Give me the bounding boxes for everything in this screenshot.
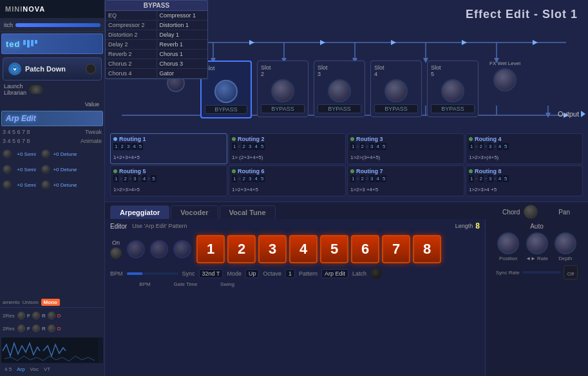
routing-6-seq: 1 > 2 3 4 5 bbox=[232, 175, 343, 182]
slot-5-knob[interactable] bbox=[441, 79, 464, 102]
circle-F-0[interactable] bbox=[17, 312, 25, 319]
slot-4-knob[interactable] bbox=[384, 79, 408, 102]
tab-arpeggiator[interactable]: Arpeggiator bbox=[110, 205, 169, 219]
octave-val[interactable]: 1 bbox=[285, 269, 295, 278]
circle-F-1[interactable] bbox=[17, 324, 25, 332]
effect-col2-1: Distortion 1 bbox=[157, 21, 208, 30]
tab-vocoder[interactable]: Vocoder bbox=[171, 205, 218, 219]
effect-row-3[interactable]: Delay 2 Reverb 1 bbox=[106, 40, 207, 50]
pan-auto-label: Auto bbox=[530, 223, 544, 230]
bpm-knob[interactable] bbox=[127, 240, 145, 258]
slot-4-box[interactable]: Slot4 BYPASS bbox=[370, 61, 422, 117]
on-knob[interactable] bbox=[110, 247, 122, 259]
position-knob[interactable] bbox=[497, 232, 519, 254]
chord-label-text: Chord bbox=[502, 209, 520, 216]
seq-btn-4[interactable]: 4 bbox=[289, 235, 318, 263]
r4-n5: 5 bbox=[503, 143, 508, 150]
semi-knob-2[interactable] bbox=[3, 180, 12, 189]
svg-point-0 bbox=[12, 66, 18, 72]
slot-3-knob[interactable] bbox=[328, 79, 351, 102]
depth-knob[interactable] bbox=[555, 232, 576, 254]
tab-vocal-tune[interactable]: Vocal Tune bbox=[220, 205, 276, 219]
tab-arp[interactable]: Arp bbox=[15, 366, 26, 375]
sync-val[interactable]: 32nd T bbox=[199, 269, 223, 278]
detune-knob-2[interactable] bbox=[41, 180, 50, 189]
effect-col2-6: Gator bbox=[157, 69, 208, 79]
bar-3 bbox=[31, 40, 33, 46]
effect-row-4[interactable]: Reverb 2 Chorus 1 bbox=[106, 50, 207, 59]
circle-D-0[interactable] bbox=[48, 312, 55, 319]
seq-btn-5[interactable]: 5 bbox=[320, 235, 348, 263]
bpm-knob-label: BPM bbox=[136, 281, 154, 287]
tab-voc[interactable]: Voc bbox=[28, 366, 41, 375]
search-label: itch bbox=[4, 22, 13, 28]
rate-knob[interactable] bbox=[526, 232, 548, 254]
mode-val[interactable]: Up bbox=[245, 269, 260, 278]
detune-knob-1[interactable] bbox=[41, 165, 50, 174]
slot-2-knob[interactable] bbox=[271, 79, 294, 102]
effect-row-6[interactable]: Chorus 4 Gator bbox=[106, 69, 207, 79]
semi-knob-0[interactable] bbox=[3, 149, 12, 158]
routing-cell-7[interactable]: Routing 7 1 > 2 > 3 4 5 1>2>3 +4+5 bbox=[347, 165, 464, 196]
fx-wet-knob[interactable] bbox=[493, 68, 517, 91]
routing-cell-8[interactable]: Routing 8 1 > 2 > 3 > 4 5 1>2>3>4 +5 bbox=[466, 165, 583, 196]
knob-row-1: +0 Semi +0 Detune bbox=[3, 162, 102, 176]
pattern-val[interactable]: Arp Edit bbox=[321, 269, 348, 278]
bar-4 bbox=[35, 40, 37, 44]
detune-knob-0[interactable] bbox=[41, 149, 50, 158]
unison-label: Unison bbox=[23, 299, 39, 305]
slot-1-box[interactable]: Slot1 BYPASS bbox=[200, 61, 252, 118]
r5-n2: 2 bbox=[123, 175, 128, 182]
sync-rate-row: Sync Rate Off bbox=[496, 265, 578, 279]
search-bar[interactable]: itch bbox=[0, 18, 104, 32]
seq-btn-2[interactable]: 2 bbox=[227, 235, 256, 263]
bpm-knob-area bbox=[127, 240, 145, 258]
r1-n2: 2 bbox=[119, 143, 124, 150]
seq-btn-7[interactable]: 7 bbox=[382, 235, 410, 263]
logo-nova: NOVA bbox=[23, 5, 45, 13]
tab-vt[interactable]: VT bbox=[42, 366, 52, 375]
patch-down-label: Patch Down bbox=[25, 65, 66, 73]
routing-cell-3[interactable]: Routing 3 1 > 2 > 3 4 5 1>2>(3+4+5) bbox=[347, 133, 464, 164]
bpm-slider[interactable] bbox=[127, 272, 178, 275]
routing-cell-2[interactable]: Routing 2 1 > 2 3 4 5 1> (2+3+4+5) bbox=[229, 133, 346, 164]
swing-knob[interactable] bbox=[173, 240, 191, 258]
effect-row-1[interactable]: Compressor 2 Distortion 1 bbox=[106, 21, 207, 30]
logo-mini: MINI bbox=[5, 5, 23, 13]
seq-btn-1[interactable]: 1 bbox=[196, 235, 225, 263]
launch-button-knob[interactable] bbox=[29, 85, 43, 94]
effect-dropdown-header: BYPASS bbox=[106, 1, 207, 11]
svg-marker-8 bbox=[533, 40, 538, 45]
patch-down-small-knob[interactable] bbox=[86, 64, 96, 74]
slot-5-box[interactable]: Slot5 BYPASS bbox=[427, 61, 479, 117]
routing-cell-5[interactable]: Routing 5 1 > 2 > 3 > 4 > 5 1>2>3>4>5 bbox=[110, 165, 227, 196]
latch-knob[interactable] bbox=[370, 268, 382, 279]
off-badge[interactable]: Off bbox=[564, 265, 578, 279]
chord-knob[interactable] bbox=[524, 205, 538, 219]
seq-btn-3[interactable]: 3 bbox=[258, 235, 287, 263]
gate-knob[interactable] bbox=[150, 240, 168, 258]
seq-btn-8[interactable]: 8 bbox=[413, 235, 441, 263]
effect-title: Effect Edit - Slot 1 bbox=[466, 8, 578, 21]
slot-1-knob[interactable] bbox=[214, 80, 238, 103]
effect-row-0[interactable]: EQ Compressor 1 bbox=[106, 11, 207, 21]
circle-R-1[interactable] bbox=[32, 324, 40, 332]
seq-btn-6[interactable]: 6 bbox=[351, 235, 379, 263]
tab-numbers[interactable]: 4 5 bbox=[3, 366, 14, 375]
circle-R-0[interactable] bbox=[32, 312, 40, 319]
selected-patch[interactable]: ted bbox=[1, 33, 103, 54]
semi-knob-1[interactable] bbox=[3, 165, 12, 174]
slot-2-box[interactable]: Slot2 BYPASS bbox=[257, 61, 308, 117]
patch-down-button[interactable]: Patch Down bbox=[3, 57, 102, 80]
effect-col1-4: Reverb 2 bbox=[106, 50, 157, 59]
routing-cell-1[interactable]: Routing 1 1 2 3 4 5 1+2+3+4+5 bbox=[110, 133, 227, 164]
effect-row-5[interactable]: Chorus 2 Chorus 3 bbox=[106, 59, 207, 69]
routing-cell-6[interactable]: Routing 6 1 > 2 3 4 5 1>2+3+4+5 bbox=[229, 165, 346, 196]
circle-D-1[interactable] bbox=[48, 324, 55, 332]
slot-3-box[interactable]: Slot3 BYPASS bbox=[314, 61, 365, 117]
sync-rate-slider[interactable] bbox=[522, 271, 561, 274]
arp-edit-bar[interactable]: Arp Edit bbox=[1, 111, 103, 126]
sync-label: Sync bbox=[182, 270, 195, 277]
effect-row-2[interactable]: Distortion 2 Delay 1 bbox=[106, 30, 207, 40]
routing-cell-4[interactable]: Routing 4 1 > 2 > 3 > 4 5 1>2>3>(4+5) bbox=[466, 133, 583, 164]
